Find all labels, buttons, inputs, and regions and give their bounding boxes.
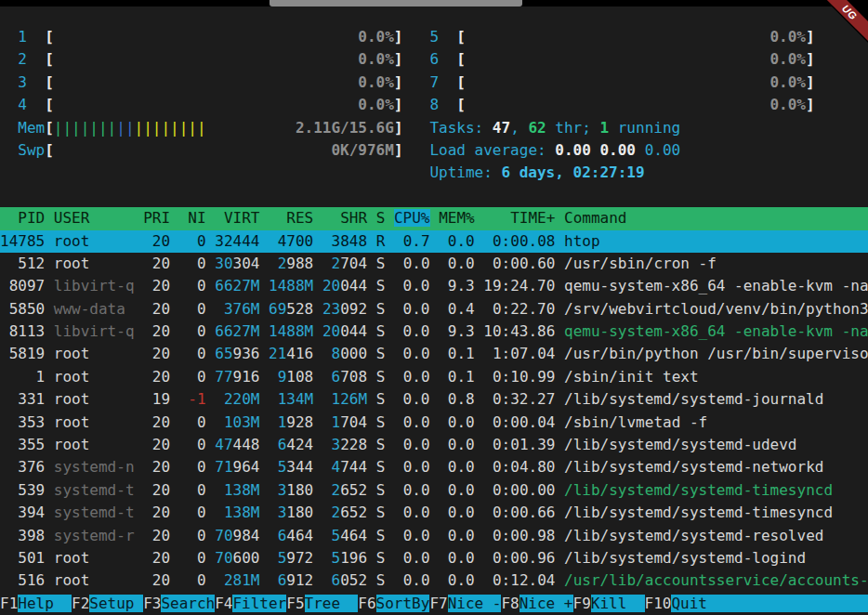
meter-close-bracket: ] xyxy=(394,28,403,46)
mem-bar-buffers: || xyxy=(116,119,134,137)
cell-cpu: 0.0 xyxy=(394,413,430,431)
cell-ni: 0 xyxy=(179,436,206,453)
uptime-line: Uptime: 6 days, 02:27:19 xyxy=(0,162,868,184)
cell-pri: 20 xyxy=(143,436,170,453)
fkey-button-tree[interactable]: Tree xyxy=(305,595,359,612)
fkey-label-F1[interactable]: F1 xyxy=(0,595,18,612)
fkey-button-help[interactable]: Help xyxy=(18,595,72,612)
cell-command: /sbin/init text xyxy=(564,368,699,386)
cell-state: S xyxy=(376,368,386,386)
cell-user: root xyxy=(54,571,135,589)
process-row-pid-353[interactable]: 353 root 20 0 103M 1928 1704 S 0.0 0.0 0… xyxy=(0,412,868,434)
load-average-label: Load average: xyxy=(429,141,555,159)
cell-user: root xyxy=(54,413,135,431)
meter-close-bracket: ] xyxy=(394,119,403,137)
column-header-res[interactable]: RES xyxy=(269,209,313,227)
column-header-cpu[interactable]: CPU% xyxy=(394,209,430,227)
cell-command: /lib/systemd/systemd-timesyncd xyxy=(564,504,833,521)
column-header-pid[interactable]: PID xyxy=(0,209,45,227)
cell-state: S xyxy=(376,436,386,453)
running-count: 1 xyxy=(599,119,609,137)
process-row-pid-376[interactable]: 376 systemd-n 20 0 71964 5344 4744 S 0.0… xyxy=(0,456,868,478)
cell-ni: 0 xyxy=(179,345,206,362)
fkey-label-F5[interactable]: F5 xyxy=(286,595,304,612)
cell-pri: 20 xyxy=(143,458,170,476)
cell-res-value: 5 xyxy=(278,458,287,476)
cell-user: root xyxy=(54,549,135,567)
process-row-pid-516[interactable]: 516 root 20 0 281M 6912 6052 S 0.0 0.0 0… xyxy=(0,569,868,592)
column-header-command[interactable]: Command xyxy=(564,209,626,227)
process-row-pid-8097[interactable]: 8097 libvirt-q 20 0 6627M 1488M 20044 S … xyxy=(0,275,868,297)
column-header-mem[interactable]: MEM% xyxy=(439,209,475,227)
process-row-pid-14785[interactable]: 14785 root 20 0 32444 4700 3848 R 0.7 0.… xyxy=(0,230,868,253)
process-row-pid-501[interactable]: 501 root 20 0 70600 5972 5196 S 0.0 0.0 … xyxy=(0,547,868,569)
top-tab[interactable] xyxy=(270,0,522,7)
cell-pri: 20 xyxy=(143,504,170,521)
fkey-button-nice-[interactable]: Nice + xyxy=(519,595,573,612)
column-header-shr[interactable]: SHR xyxy=(322,209,367,227)
fkey-label-F6[interactable]: F6 xyxy=(358,595,375,612)
process-row-pid-394[interactable]: 394 systemd-t 20 0 138M 3180 2652 S 0.0 … xyxy=(0,502,868,524)
fkey-label-F2[interactable]: F2 xyxy=(72,595,89,612)
column-header-pri[interactable]: PRI xyxy=(143,209,170,227)
column-header-s[interactable]: S xyxy=(376,209,386,227)
fkey-label-F4[interactable]: F4 xyxy=(215,595,232,612)
cell-cpu: 0.0 xyxy=(394,277,430,294)
cpu-meter-value-6: 0.0% xyxy=(769,50,806,68)
process-row-pid-8113[interactable]: 8113 libvirt-q 20 0 6627M 1488M 20044 S … xyxy=(0,321,868,343)
fkey-button-sortby[interactable]: SortBy xyxy=(376,595,430,612)
process-row-pid-539[interactable]: 539 systemd-t 20 0 138M 3180 2652 S 0.0 … xyxy=(0,479,868,502)
fkey-button-nice-[interactable]: Nice - xyxy=(448,595,502,612)
cell-pri: 20 xyxy=(143,255,170,272)
process-row-pid-5819[interactable]: 5819 root 20 0 65936 21416 8000 S 0.0 0.… xyxy=(0,343,868,365)
cell-mem: 9.3 xyxy=(439,322,475,340)
fkey-label-F9[interactable]: F9 xyxy=(573,595,591,612)
cell-virt-value: 65 xyxy=(215,345,232,362)
column-header-user[interactable]: USER xyxy=(54,209,135,227)
fkey-button-quit[interactable]: Quit xyxy=(671,595,868,612)
meter-close-bracket: ] xyxy=(394,73,403,91)
process-row-pid-1[interactable]: 1 root 20 0 77916 9108 6708 S 0.0 0.1 0:… xyxy=(0,366,868,388)
meter-close-bracket: ] xyxy=(806,28,815,46)
cell-time: 0:10.99 xyxy=(483,368,555,386)
cell-command: /lib/systemd/systemd-timesyncd xyxy=(564,481,833,499)
cell-user: systemd-n xyxy=(54,458,135,476)
cell-user: root xyxy=(54,345,135,362)
cell-virt-value: 77 xyxy=(215,368,232,386)
process-row-pid-512[interactable]: 512 root 20 0 30304 2988 2704 S 0.0 0.0 … xyxy=(0,253,868,275)
cell-mem: 0.8 xyxy=(439,390,475,408)
meter-close-bracket: ] xyxy=(806,73,815,91)
cell-res-value: 4 xyxy=(278,232,287,250)
cell-res-value: 5 xyxy=(278,549,287,567)
process-row-pid-398[interactable]: 398 systemd-r 20 0 70984 6464 5464 S 0.0… xyxy=(0,525,868,547)
cell-res-value: 2 xyxy=(278,255,287,272)
column-header-time[interactable]: TIME+ xyxy=(483,209,555,227)
fkey-button-setup[interactable]: Setup xyxy=(89,595,143,612)
cell-res-value: 134M xyxy=(278,390,314,408)
cell-command: /usr/bin/python /usr/bin/superviso xyxy=(564,345,868,362)
cell-pri: 20 xyxy=(143,232,170,250)
column-header-virt[interactable]: VIRT xyxy=(215,209,259,227)
cell-mem: 0.0 xyxy=(439,413,475,431)
fkey-label-F7[interactable]: F7 xyxy=(429,595,447,612)
cell-ni: 0 xyxy=(179,481,206,499)
fkey-label-F3[interactable]: F3 xyxy=(143,595,161,612)
process-row-pid-5850[interactable]: 5850 www-data 20 0 376M 69528 23092 S 0.… xyxy=(0,298,868,321)
fkey-button-filter[interactable]: Filter xyxy=(232,595,286,612)
process-row-pid-355[interactable]: 355 root 20 0 47448 6424 3228 S 0.0 0.0 … xyxy=(0,434,868,456)
cell-command: /lib/systemd/systemd-journald xyxy=(564,390,823,408)
cpu-number-3: 3 xyxy=(18,73,27,91)
fkey-label-F8[interactable]: F8 xyxy=(501,595,519,612)
cpu-meter-value-5: 0.0% xyxy=(769,28,806,46)
column-header-ni[interactable]: NI xyxy=(179,209,206,227)
fkey-label-F10[interactable]: F10 xyxy=(645,595,672,612)
cell-pri: 20 xyxy=(143,368,170,386)
process-row-pid-331[interactable]: 331 root 19 -1 220M 134M 126M S 0.0 0.8 … xyxy=(0,388,868,411)
cell-time: 0:00.66 xyxy=(483,504,555,521)
cell-user: libvirt-q xyxy=(54,277,135,294)
swap-meter-label: Swp xyxy=(18,141,45,159)
cell-command: qemu-system-x86_64 -enable-kvm -na xyxy=(564,322,868,340)
fkey-button-kill[interactable]: Kill xyxy=(591,595,645,612)
fkey-button-search[interactable]: Search xyxy=(161,595,215,612)
cell-res-value: 21 xyxy=(269,345,286,362)
